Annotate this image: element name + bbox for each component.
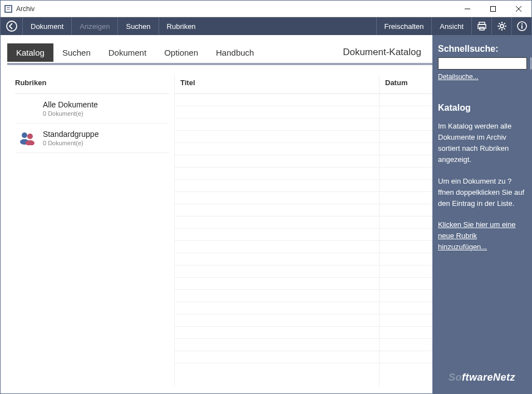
table-row[interactable] <box>175 180 379 192</box>
tab-dokument[interactable]: Dokument <box>100 43 155 62</box>
sidepanel-paragraph-2: Um ein Dokument zu ?ffnen doppelklicken … <box>438 176 526 209</box>
table-row[interactable] <box>175 229 379 241</box>
table-row[interactable] <box>380 155 432 168</box>
table-row[interactable] <box>175 265 379 278</box>
back-button[interactable] <box>1 17 23 35</box>
tab-katalog[interactable]: Katalog <box>7 43 53 62</box>
group-icon <box>17 128 37 148</box>
gear-icon[interactable] <box>491 17 511 35</box>
table-row[interactable] <box>175 131 379 143</box>
table-row[interactable] <box>380 241 432 253</box>
svg-rect-23 <box>521 26 523 29</box>
svg-line-17 <box>499 23 500 24</box>
svg-point-22 <box>521 23 522 24</box>
table-row[interactable] <box>380 216 432 229</box>
info-icon[interactable] <box>511 17 531 35</box>
table-row[interactable] <box>175 339 379 351</box>
brand-rest: ftwareNetz <box>462 372 515 383</box>
table-row[interactable] <box>175 253 379 265</box>
table-row[interactable] <box>175 241 379 253</box>
table-row[interactable] <box>380 168 432 180</box>
quicksearch-title: Schnellsuche: <box>438 44 526 54</box>
table-row[interactable] <box>175 204 379 216</box>
rubrik-item-sub: 0 Dokument(e) <box>43 140 98 146</box>
table-row[interactable] <box>380 339 432 351</box>
table-row[interactable] <box>175 302 379 314</box>
table-row[interactable] <box>380 278 432 290</box>
rubrik-item-sub: 0 Dokument(e) <box>43 110 98 117</box>
svg-line-20 <box>499 28 500 29</box>
svg-rect-3 <box>7 9 10 9</box>
rubrik-item[interactable]: Alle Dokumente0 Dokument(e) <box>15 94 169 124</box>
minimize-button[interactable] <box>455 1 480 17</box>
tab-underline <box>7 63 432 65</box>
table-row[interactable] <box>380 229 432 241</box>
tab-suchen[interactable]: Suchen <box>53 43 100 62</box>
column-header-rubriken: Rubriken <box>15 75 169 94</box>
table-row[interactable] <box>380 143 432 155</box>
rubrik-item[interactable]: Standardgruppe0 Dokument(e) <box>15 124 169 153</box>
svg-rect-5 <box>491 6 496 11</box>
table-row[interactable] <box>380 302 432 314</box>
print-icon[interactable] <box>471 17 491 35</box>
table-row[interactable] <box>175 351 379 363</box>
menu-item-freischalten[interactable]: Freischalten <box>376 17 432 35</box>
page-title: Dokument-Katalog <box>343 47 432 58</box>
table-row[interactable] <box>175 94 379 106</box>
svg-rect-2 <box>7 7 10 8</box>
menu-item-rubriken[interactable]: Rubriken <box>159 17 204 35</box>
svg-rect-10 <box>478 24 486 28</box>
menu-item-dokument[interactable]: Dokument <box>23 17 72 35</box>
tab-handbuch[interactable]: Handbuch <box>207 43 263 62</box>
table-row[interactable] <box>380 106 432 119</box>
svg-point-8 <box>7 21 17 31</box>
table-row[interactable] <box>380 327 432 339</box>
table-row[interactable] <box>380 131 432 143</box>
brand-faint: So <box>449 372 462 383</box>
table-row[interactable] <box>175 106 379 119</box>
table-row[interactable] <box>175 168 379 180</box>
app-icon <box>4 4 13 13</box>
side-panel: Schnellsuche: Los Detailsuche... Katalog… <box>432 35 531 393</box>
brand-footer: SoftwareNetz <box>438 372 526 388</box>
detail-search-link[interactable]: Detailsuche... <box>438 73 526 81</box>
table-row[interactable] <box>175 143 379 155</box>
table-row[interactable] <box>175 327 379 339</box>
table-row[interactable] <box>175 278 379 290</box>
table-row[interactable] <box>175 216 379 229</box>
sidepanel-paragraph-1: Im Katalog werden alle Dokumente im Arch… <box>438 121 526 166</box>
column-header-datum: Datum <box>380 75 432 94</box>
svg-point-12 <box>500 24 504 28</box>
table-row[interactable] <box>380 180 432 192</box>
table-row[interactable] <box>380 119 432 131</box>
quicksearch-input[interactable] <box>438 57 527 70</box>
svg-line-18 <box>504 28 505 29</box>
table-row[interactable] <box>380 351 432 363</box>
table-row[interactable] <box>175 155 379 168</box>
menu-item-suchen[interactable]: Suchen <box>118 17 159 35</box>
table-row[interactable] <box>175 119 379 131</box>
rubrik-item-title: Standardgruppe <box>43 130 98 139</box>
maximize-button[interactable] <box>480 1 506 17</box>
table-row[interactable] <box>380 290 432 302</box>
menu-item-anzeigen: Anzeigen <box>72 17 118 35</box>
svg-point-25 <box>27 134 33 139</box>
table-row[interactable] <box>380 94 432 106</box>
add-rubrik-link[interactable]: Klicken Sie hier um eine neue Rubrik hin… <box>438 219 526 253</box>
table-row[interactable] <box>380 265 432 278</box>
tab-optionen[interactable]: Optionen <box>155 43 207 62</box>
window-title: Archiv <box>16 5 35 13</box>
svg-line-19 <box>504 23 505 24</box>
blank-icon <box>17 98 37 119</box>
svg-point-24 <box>22 132 27 138</box>
table-row[interactable] <box>175 290 379 302</box>
table-row[interactable] <box>175 192 379 204</box>
table-row[interactable] <box>380 314 432 327</box>
close-button[interactable] <box>506 1 531 17</box>
menu-item-ansicht[interactable]: Ansicht <box>431 17 471 35</box>
table-row[interactable] <box>380 204 432 216</box>
table-row[interactable] <box>380 192 432 204</box>
table-row[interactable] <box>380 253 432 265</box>
quicksearch-go-button[interactable]: Los <box>530 57 531 70</box>
table-row[interactable] <box>175 314 379 327</box>
